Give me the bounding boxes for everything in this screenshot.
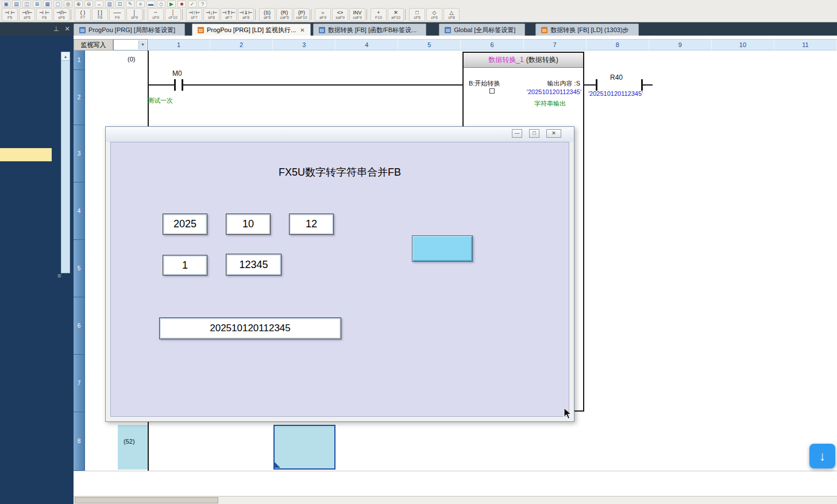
open-contact-button[interactable]: ⊣ ⊢ F5 — [2, 8, 18, 21]
shortcut-label: aF9 — [319, 15, 326, 20]
ladder-symbol-icon: (S) — [264, 10, 271, 15]
verify-icon[interactable]: ✓ — [188, 1, 196, 7]
coil-button[interactable]: ( ) F7 — [75, 8, 91, 21]
ladder-tool-button[interactable] — [255, 9, 258, 20]
closed-contact-button[interactable]: ⊣/⊢ sF5 — [19, 8, 35, 21]
highlighted-step-cell[interactable] — [118, 425, 148, 470]
tab-dataconv-fb-label[interactable]: ▤ 数据转换 [FB] [函数/FB标签设... — [313, 24, 427, 36]
ladder-symbol-icon: ⊣/⊢ — [56, 10, 67, 15]
vertical-line-button[interactable]: │ sF9 — [126, 8, 142, 21]
ladder-tool-button[interactable] — [71, 9, 74, 20]
horizontal-scrollbar[interactable] — [74, 496, 837, 504]
rising-pulse-branch-button[interactable]: ⊣⇑⊢ aF7 — [221, 8, 237, 21]
value-box-month[interactable]: 10 — [226, 214, 271, 235]
panel-splitter-grip[interactable]: ≡ — [57, 272, 61, 279]
value-box-hour[interactable]: 1 — [163, 255, 207, 276]
window-titlebar[interactable]: — □ ✕ — [106, 127, 574, 142]
value-box-serial[interactable]: 12345 — [226, 254, 281, 276]
close-button[interactable]: ✕ — [546, 129, 561, 138]
ladder-symbol-icon: ✕ — [394, 10, 398, 15]
ladder-tool-button[interactable] — [182, 9, 185, 20]
tab-global-label[interactable]: ▤ Global [全局标签设置] — [439, 24, 525, 36]
contact-device-label[interactable]: M0 — [172, 69, 182, 77]
comment-icon[interactable]: ✎ — [126, 1, 134, 7]
set-operation-button[interactable]: (S) aF5 — [259, 8, 275, 21]
closed-branch-button[interactable]: ⊣/⊢ sF6 — [53, 8, 70, 21]
panel-highlighted-item[interactable] — [0, 148, 52, 161]
ladder-symbol-icon: (P) — [298, 10, 305, 15]
ladder-symbol-icon: □ — [415, 10, 418, 15]
ladder-tool-button[interactable] — [311, 9, 314, 20]
editor-tab-bar: ⊥ ✕ ▤ ProgPou [PRG] [局部标签设置] ▤ ProgPou [… — [0, 22, 837, 36]
ladder-tool-button[interactable] — [367, 9, 369, 20]
ladder-symbol-icon: ╌ — [154, 10, 157, 15]
tab-close-icon[interactable]: ✕ — [300, 27, 304, 33]
chevron-down-icon[interactable]: ▼ — [138, 40, 146, 49]
print-icon[interactable]: ▥ — [105, 1, 114, 7]
column-header: 6 — [461, 39, 523, 51]
scroll-up-icon[interactable]: ▲ — [61, 52, 70, 61]
document-icon[interactable]: ▤ — [12, 1, 21, 7]
row-number: 8 — [74, 412, 85, 471]
delete-row-button[interactable]: ◇ cF6 — [426, 8, 442, 21]
open-branch-button[interactable]: ⊣ ⊢ F6 — [36, 8, 52, 21]
tab-progpou-ld-monitor[interactable]: ▤ ProgPou [PRG] [LD] 监视执行... ✕ — [192, 24, 311, 36]
tab-progpou-local-label[interactable]: ▤ ProgPou [PRG] [局部标签设置] — [74, 24, 185, 36]
copy-icon[interactable]: ⊡ — [115, 1, 124, 7]
pulse-operation-button[interactable]: (P) caF10 — [294, 8, 310, 21]
download-overlay-button[interactable]: ↓ — [809, 444, 835, 468]
close-window-icon[interactable]: ▢ — [53, 1, 62, 7]
mode-dropdown[interactable]: ▼ — [113, 39, 148, 51]
ladder-grid-header: 监视写入 ▼ 1234567891011 — [74, 39, 837, 51]
minimize-button[interactable]: — — [512, 129, 522, 138]
pointer-branch-button[interactable]: △ cF8 — [443, 8, 460, 21]
monitor-mode-label: 监视写入 — [74, 39, 113, 51]
rising-pulse-button[interactable]: ⊣↑⊢ sF7 — [186, 8, 202, 21]
tile-window-icon[interactable]: ⊞ — [33, 1, 41, 7]
zoom-in-icon[interactable]: ⊕ — [74, 1, 83, 7]
convert-button[interactable] — [412, 235, 473, 262]
result-string-box[interactable]: 202510120112345 — [159, 317, 341, 339]
value-box-day[interactable]: 12 — [289, 214, 334, 235]
split-window-icon[interactable]: ◫ — [22, 1, 31, 7]
output-device-label[interactable]: R40 — [610, 73, 623, 82]
auto-hide-pin-icon[interactable]: ⊥ — [53, 25, 59, 33]
horizontal-line-button[interactable]: ── F9 — [109, 8, 125, 21]
rung-wire — [643, 84, 653, 86]
delete-edit-button[interactable]: ✕ aF10 — [388, 8, 404, 21]
edit-line-button[interactable]: + F10 — [371, 8, 387, 21]
shortcut-label: caF9 — [353, 15, 362, 20]
device-icon[interactable]: ◇ — [157, 1, 165, 7]
help-icon[interactable]: ? — [198, 1, 207, 7]
compare-equal-button[interactable]: = aF9 — [315, 8, 331, 21]
project-window-icon[interactable]: ▣ — [2, 1, 10, 7]
dock-close-icon[interactable]: ✕ — [65, 25, 70, 33]
delete-vertical-line-button[interactable]: ┆ cF10 — [165, 8, 181, 21]
falling-pulse-button[interactable]: ⊣↓⊢ sF8 — [203, 8, 219, 21]
statement-icon[interactable]: ≡ — [136, 1, 145, 7]
ladder-bottom-divider — [74, 471, 837, 471]
panel-scrollbar[interactable]: ▲ — [61, 52, 70, 273]
scrollbar-thumb[interactable] — [75, 497, 218, 503]
shortcut-label: cF8 — [448, 15, 455, 20]
tab-dataconv-fb-ld[interactable]: ▤ 数据转换 [FB] [LD] (1303)步 — [535, 24, 638, 36]
value-box-year[interactable]: 2025 — [163, 214, 207, 235]
selected-ladder-cell[interactable] — [273, 425, 335, 470]
note-icon[interactable]: ▬ — [146, 1, 155, 7]
application-instruction-button[interactable]: [ ] F8 — [92, 8, 108, 21]
insert-row-button[interactable]: □ cF5 — [409, 8, 425, 21]
falling-pulse-branch-button[interactable]: ⊣⇓⊢ aF8 — [238, 8, 254, 21]
maximize-button[interactable]: □ — [529, 129, 539, 138]
reset-operation-button[interactable]: (R) caF5 — [276, 8, 292, 21]
cascade-window-icon[interactable]: ▦ — [43, 1, 52, 7]
fit-width-icon[interactable]: ↔ — [95, 1, 103, 7]
ladder-tool-button[interactable] — [144, 9, 146, 20]
zoom-out-icon[interactable]: ⊖ — [84, 1, 93, 7]
delete-horizontal-line-button[interactable]: ╌ cF9 — [148, 8, 164, 21]
invert-result-button[interactable]: INV caF9 — [349, 8, 365, 21]
compare-diff-button[interactable]: <> saF9 — [332, 8, 348, 21]
monitor-start-icon[interactable]: ▶ — [167, 1, 176, 7]
ladder-tool-button[interactable] — [405, 9, 408, 20]
monitor-stop-icon[interactable]: ■ — [178, 1, 186, 7]
zoom-icon[interactable]: ◎ — [64, 1, 72, 7]
